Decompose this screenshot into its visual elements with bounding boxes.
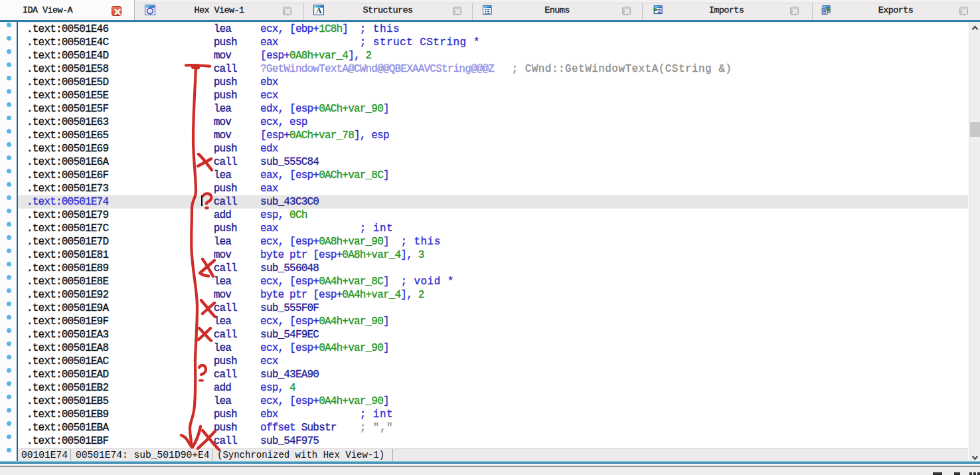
svg-text:A: A <box>316 7 322 15</box>
